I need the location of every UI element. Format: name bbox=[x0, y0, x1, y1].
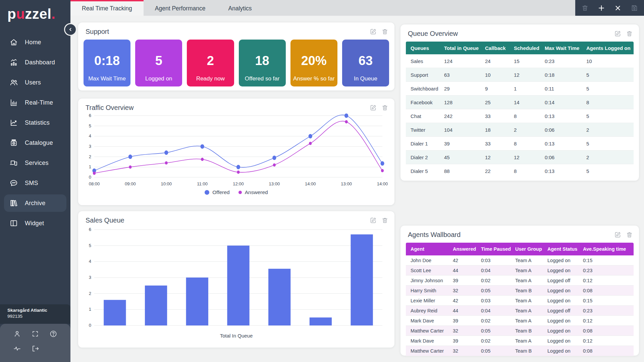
puzzel-logo: puzzel. bbox=[0, 0, 70, 22]
traffic-overview-card: Traffic Overview 012345608:0009:0010:001… bbox=[78, 99, 394, 205]
sidebar-item-sms[interactable]: SMSSMS bbox=[0, 173, 70, 193]
table-cell: 2 bbox=[514, 127, 545, 133]
svg-text:13:00: 13:00 bbox=[341, 181, 352, 186]
sidebar-footer-row2 bbox=[8, 345, 62, 353]
delete-icon[interactable] bbox=[626, 231, 633, 238]
table-cell: 24 bbox=[485, 58, 514, 64]
table-cell: 104 bbox=[444, 127, 485, 133]
table-cell: Dialer 2 bbox=[411, 155, 444, 160]
table-cell: 0:13 bbox=[545, 141, 586, 146]
kpi-value: 0:18 bbox=[94, 54, 120, 68]
archive-icon bbox=[9, 199, 18, 207]
delete-icon[interactable] bbox=[381, 104, 388, 111]
kpi-tile: 2Ready now bbox=[187, 40, 234, 86]
edit-icon[interactable] bbox=[370, 104, 377, 111]
sidebar-collapse-button[interactable] bbox=[65, 24, 76, 35]
sidebar-item-statistics[interactable]: Statistics bbox=[0, 113, 70, 133]
table-cell: 12 bbox=[485, 155, 514, 160]
delete-icon[interactable] bbox=[381, 217, 388, 224]
table-cell: 18 bbox=[485, 127, 514, 133]
svg-text:1: 1 bbox=[89, 164, 91, 169]
edit-icon[interactable] bbox=[370, 28, 377, 35]
save-icon[interactable] bbox=[631, 4, 638, 12]
table-cell: 9 bbox=[485, 86, 514, 92]
sales-bar-chart: 0123456 bbox=[78, 224, 394, 332]
svg-text:09:00: 09:00 bbox=[125, 181, 136, 186]
kpi-tile: 0:18Max Wait Time bbox=[84, 40, 130, 86]
pulse-icon[interactable] bbox=[13, 345, 21, 353]
sidebar-item-catalogue[interactable]: Catalogue bbox=[0, 133, 70, 153]
sidebar-item-real-time[interactable]: Real-Time bbox=[0, 93, 70, 113]
edit-icon[interactable] bbox=[614, 231, 621, 238]
table-cell: Matthew Carter bbox=[411, 348, 453, 354]
edit-icon[interactable] bbox=[614, 30, 621, 37]
plus-icon[interactable] bbox=[598, 4, 605, 12]
table-cell: 0:05 bbox=[481, 348, 515, 354]
table-cell: 0:23 bbox=[583, 268, 634, 273]
column-header: User Group bbox=[515, 246, 547, 252]
table-row: Harry Smith320:05Team BLogged on0:08 bbox=[406, 286, 634, 296]
kpi-label: Max Wait Time bbox=[84, 75, 130, 82]
column-header: Callback bbox=[485, 45, 514, 51]
sidebar-item-dashboard[interactable]: Dashboard bbox=[0, 52, 70, 72]
table-cell: Team A bbox=[515, 268, 547, 273]
card-title: Support bbox=[86, 28, 109, 36]
fullscreen-icon[interactable] bbox=[31, 330, 39, 338]
table-cell: Team B bbox=[515, 288, 547, 293]
sidebar-footer-row1 bbox=[8, 330, 62, 338]
logout-icon[interactable] bbox=[31, 345, 39, 353]
svg-text:5: 5 bbox=[89, 123, 91, 128]
sidebar-item-label: Archive bbox=[25, 200, 45, 207]
kpi-value: 63 bbox=[359, 54, 373, 68]
table-cell: Logged off bbox=[547, 308, 583, 313]
table-cell: 2 bbox=[586, 155, 634, 160]
table-cell: 12 bbox=[514, 72, 545, 78]
sidebar-item-label: Statistics bbox=[25, 119, 50, 126]
sales-queue-card: Sales Queue 0123456 Total In Queue bbox=[78, 211, 394, 348]
user-icon[interactable] bbox=[13, 330, 21, 338]
edit-icon[interactable] bbox=[370, 217, 377, 224]
tab-real-time-tracking[interactable]: Real Time Tracking bbox=[70, 0, 144, 16]
table-cell: 42 bbox=[453, 258, 481, 263]
svg-text:12:00: 12:00 bbox=[233, 181, 244, 186]
trash-icon[interactable] bbox=[581, 4, 589, 12]
svg-text:14:00: 14:00 bbox=[305, 181, 316, 186]
column-header: Ave.Speaking time bbox=[583, 246, 634, 252]
account-info: Skarsgård Atlantic 992135 bbox=[0, 304, 70, 324]
table-cell: 32 bbox=[453, 348, 481, 354]
table-cell: Support bbox=[411, 72, 444, 78]
tab-analytics[interactable]: Analytics bbox=[217, 0, 263, 16]
table-cell: 44 bbox=[453, 308, 481, 313]
table-cell: Team A bbox=[515, 298, 547, 303]
table-cell: Logged off bbox=[547, 278, 583, 283]
delete-icon[interactable] bbox=[626, 30, 633, 37]
sidebar-item-home[interactable]: Home bbox=[0, 32, 70, 52]
table-row: Aubrey Reid440:04Team ALogged off0:23 bbox=[406, 306, 634, 316]
close-icon[interactable] bbox=[614, 4, 622, 12]
sidebar-item-users[interactable]: Users bbox=[0, 72, 70, 93]
svg-text:2: 2 bbox=[89, 154, 91, 159]
table-cell: Logged on bbox=[547, 318, 583, 323]
sidebar-item-archive[interactable]: Archive bbox=[4, 194, 66, 212]
column-header: Scheduled bbox=[514, 45, 545, 51]
table-cell: Team A bbox=[515, 278, 547, 283]
table-cell: Team A bbox=[515, 308, 547, 313]
sidebar-item-widget[interactable]: Widget bbox=[0, 213, 70, 233]
legend-label: Answered bbox=[245, 189, 268, 195]
sidebar-item-services[interactable]: Services bbox=[0, 153, 70, 173]
table-cell: Logged on bbox=[547, 298, 583, 303]
table-cell: 39 bbox=[453, 338, 481, 344]
table-row: Dialer 24512120:062 bbox=[406, 150, 634, 164]
x-axis-label: Total In Queue bbox=[78, 333, 394, 339]
kpi-value: 2 bbox=[207, 54, 214, 68]
table-cell: 45 bbox=[444, 155, 485, 160]
table-row: Sales12424150:2310 bbox=[406, 54, 634, 68]
table-cell: Twitter bbox=[411, 127, 444, 133]
tab-agent-performance[interactable]: Agent Performance bbox=[144, 0, 217, 16]
table-cell: 242 bbox=[444, 113, 485, 119]
table-cell: 25 bbox=[485, 100, 514, 105]
card-title: Agents Wallboard bbox=[408, 231, 461, 239]
table-cell: 8 bbox=[514, 168, 545, 174]
delete-icon[interactable] bbox=[381, 28, 388, 35]
help-icon[interactable] bbox=[49, 330, 57, 338]
